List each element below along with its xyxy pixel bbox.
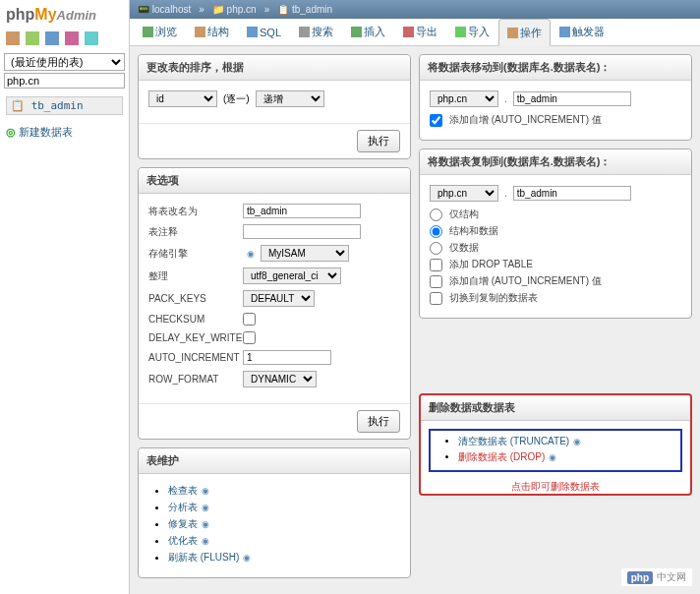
copy-structdata-radio[interactable] (430, 225, 442, 238)
tab-search[interactable]: 搜索 (290, 19, 342, 45)
sort-dir-select[interactable]: 递增 (256, 90, 324, 107)
breadcrumb: 📟 localhost » 📁 php.cn » 📋 tb_admin (130, 0, 700, 19)
panel-maint-title: 表维护 (139, 448, 410, 474)
drop-link[interactable]: 删除数据表 (DROP) (458, 451, 545, 462)
move-db-select[interactable]: php.cn (430, 90, 498, 107)
maint-flush[interactable]: 刷新表 (FLUSH) (168, 552, 239, 563)
panel-maintenance: 表维护 检查表◉ 分析表◉ 修复表◉ 优化表◉ 刷新表 (FLUSH)◉ (138, 447, 411, 578)
exit-icon[interactable] (26, 31, 39, 45)
footer-watermark: php中文网 (621, 568, 692, 586)
panel-options: 表选项 将表改名为 表注释 存储引擎◉MyISAM 整理utf8_general… (138, 167, 411, 440)
truncate-link[interactable]: 清空数据表 (TRUNCATE) (458, 436, 569, 446)
help-icon[interactable] (65, 31, 79, 45)
comment-input[interactable] (243, 224, 361, 239)
copy-data-radio[interactable] (430, 242, 442, 255)
copy-drop-check[interactable] (430, 259, 442, 271)
packkeys-select[interactable]: DEFAULT (243, 290, 315, 307)
tab-triggers[interactable]: 触发器 (551, 19, 613, 45)
collation-select[interactable]: utf8_general_ci (243, 267, 341, 284)
panel-delete-title: 删除数据或数据表 (421, 395, 690, 421)
help-icon[interactable]: ◉ (202, 503, 209, 512)
copy-autoinc-check[interactable] (430, 275, 442, 288)
tab-import[interactable]: 导入 (446, 19, 498, 45)
sort-col-select[interactable]: id (148, 90, 217, 107)
db-select[interactable]: php.cn (4, 73, 125, 89)
rowformat-select[interactable]: DYNAMIC (243, 371, 317, 387)
content: 📟 localhost » 📁 php.cn » 📋 tb_admin 浏览 结… (130, 0, 700, 594)
checksum-check[interactable] (243, 313, 256, 326)
help-icon[interactable]: ◉ (549, 452, 556, 462)
tab-operations[interactable]: 操作 (498, 19, 551, 46)
move-autoinc-check[interactable] (430, 114, 442, 127)
reload-icon[interactable] (85, 31, 98, 45)
sidebar: phpMyAdmin (最近使用的表) php.cn 📋 tb_admin ◎ … (0, 0, 130, 594)
sidebar-toolbar (0, 30, 129, 51)
tree-table[interactable]: 📋 tb_admin (6, 96, 123, 115)
copy-table-input[interactable] (513, 186, 631, 201)
rename-input[interactable] (243, 204, 361, 218)
copy-db-select[interactable]: php.cn (430, 185, 498, 202)
copy-switch-check[interactable] (430, 292, 442, 305)
maint-repair[interactable]: 修复表 (168, 518, 198, 529)
delete-annotation: 点击即可删除数据表 (421, 480, 690, 494)
sql-icon[interactable] (45, 31, 59, 45)
help-icon[interactable]: ◉ (247, 249, 255, 259)
tab-export[interactable]: 导出 (394, 19, 446, 45)
tab-sql[interactable]: SQL (238, 19, 290, 45)
delaykey-check[interactable] (243, 331, 256, 344)
recent-tables-select[interactable]: (最近使用的表) (4, 53, 125, 71)
move-table-input[interactable] (513, 91, 631, 106)
help-icon[interactable]: ◉ (573, 437, 581, 446)
tabs: 浏览 结构 SQL 搜索 插入 导出 导入 操作 触发器 (130, 19, 700, 46)
copy-struct-radio[interactable] (430, 208, 442, 221)
delete-highlight: 清空数据表 (TRUNCATE)◉ 删除数据表 (DROP)◉ (429, 429, 682, 472)
maint-analyze[interactable]: 分析表 (168, 502, 198, 512)
tab-structure[interactable]: 结构 (186, 19, 238, 45)
panel-delete: 删除数据或数据表 清空数据表 (TRUNCATE)◉ 删除数据表 (DROP)◉… (419, 393, 692, 496)
maint-check[interactable]: 检查表 (168, 485, 198, 496)
panel-sort-title: 更改表的排序，根据 (139, 55, 410, 81)
help-icon[interactable]: ◉ (243, 553, 251, 563)
crumb-host[interactable]: 📟 localhost (138, 4, 191, 15)
tab-insert[interactable]: 插入 (342, 19, 394, 45)
autoinc-input[interactable] (243, 350, 331, 365)
panel-move: 将数据表移动到(数据库名.数据表名)： php.cn . 添加自增 (AUTO_… (419, 54, 692, 141)
home-icon[interactable] (6, 31, 20, 45)
help-icon[interactable]: ◉ (202, 486, 209, 496)
panel-sort: 更改表的排序，根据 id (逐一) 递增 执行 (138, 54, 411, 159)
crumb-db[interactable]: 📁 php.cn (212, 4, 257, 15)
new-table-link[interactable]: ◎ 新建数据表 (6, 126, 73, 138)
crumb-table[interactable]: 📋 tb_admin (277, 4, 332, 15)
help-icon[interactable]: ◉ (202, 536, 209, 546)
panel-options-title: 表选项 (139, 168, 410, 194)
engine-select[interactable]: MyISAM (261, 245, 349, 262)
panel-move-title: 将数据表移动到(数据库名.数据表名)： (420, 55, 691, 81)
tab-browse[interactable]: 浏览 (134, 19, 186, 45)
opts-exec-button[interactable]: 执行 (357, 410, 400, 433)
panel-copy: 将数据表复制到(数据库名.数据表名)： php.cn . 仅结构 结构和数据 仅… (419, 148, 692, 319)
sort-exec-button[interactable]: 执行 (357, 130, 400, 152)
logo: phpMyAdmin (0, 0, 129, 30)
panel-copy-title: 将数据表复制到(数据库名.数据表名)： (420, 149, 691, 175)
maint-optimize[interactable]: 优化表 (168, 535, 198, 546)
help-icon[interactable]: ◉ (202, 519, 209, 529)
